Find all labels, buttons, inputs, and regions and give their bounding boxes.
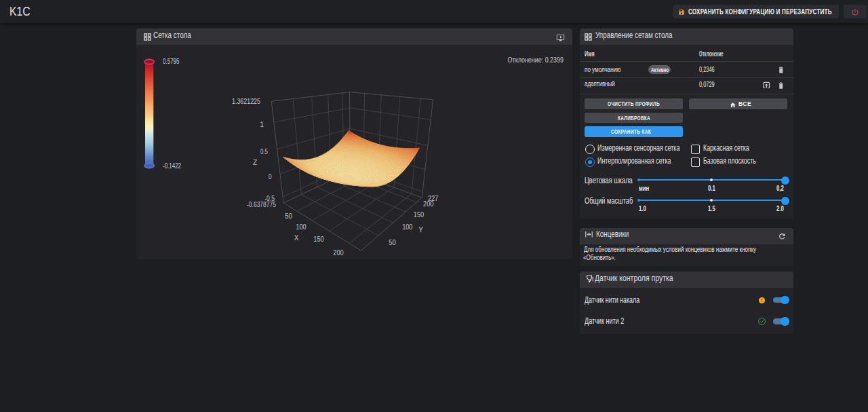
svg-text:0.5795: 0.5795 (163, 58, 180, 65)
svg-text:150: 150 (414, 211, 425, 219)
svg-text:200: 200 (333, 249, 344, 257)
svg-text:1: 1 (260, 121, 264, 128)
svg-text:X: X (294, 234, 299, 242)
svg-text:1.3621225: 1.3621225 (232, 98, 260, 105)
svg-text:-0.1422: -0.1422 (163, 162, 181, 170)
svg-text:150: 150 (313, 236, 324, 243)
svg-text:100: 100 (296, 223, 307, 231)
svg-text:50: 50 (285, 212, 292, 220)
svg-text:227: 227 (428, 195, 438, 202)
svg-text:-0.6378775: -0.6378775 (247, 201, 276, 208)
svg-text:Z: Z (253, 159, 257, 166)
svg-text:100: 100 (402, 223, 413, 231)
svg-text:0.5: 0.5 (260, 148, 268, 155)
svg-text:Y: Y (418, 226, 423, 233)
svg-text:Отклонение: 0.2399: Отклонение: 0.2399 (508, 56, 564, 64)
svg-text:0: 0 (269, 173, 272, 181)
svg-text:50: 50 (389, 239, 396, 246)
